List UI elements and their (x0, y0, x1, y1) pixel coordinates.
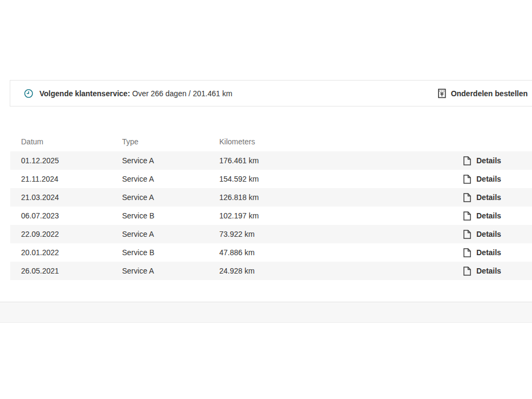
document-icon (463, 175, 471, 184)
cell-type: Service A (122, 230, 219, 238)
cell-type: Service A (122, 193, 219, 202)
details-button[interactable]: Details (463, 230, 532, 239)
header-type: Type (122, 137, 219, 146)
next-service-text: Volgende klantenservice:Over 266 dagen /… (39, 89, 232, 98)
document-icon (463, 248, 471, 257)
details-button[interactable]: Details (463, 267, 532, 276)
cell-kilometers: 47.886 km (219, 248, 463, 257)
next-service-label: Volgende klantenservice: (39, 89, 130, 98)
cell-type: Service B (122, 248, 219, 257)
details-label: Details (476, 175, 501, 183)
table-row: 21.11.2024 Service A 154.592 km Details (10, 170, 532, 188)
document-icon (463, 211, 471, 221)
table-row: 22.09.2022 Service A 73.922 km Details (10, 225, 532, 243)
document-icon (463, 267, 471, 276)
order-parts-label: Onderdelen bestellen (451, 89, 528, 98)
clock-icon (24, 89, 33, 98)
details-label: Details (476, 248, 501, 257)
document-icon (463, 193, 471, 202)
cell-kilometers: 24.928 km (219, 267, 463, 275)
cell-kilometers: 176.461 km (219, 156, 463, 165)
cell-date: 20.01.2022 (21, 248, 122, 257)
service-history-table: Datum Type Kilometers 01.12.2025 Service… (10, 132, 532, 280)
table-row: 01.12.2025 Service A 176.461 km Details (10, 151, 532, 170)
details-label: Details (476, 230, 501, 238)
details-label: Details (476, 193, 501, 202)
table-header-row: Datum Type Kilometers (10, 132, 532, 151)
header-kilometers: Kilometers (219, 137, 463, 146)
cell-kilometers: 126.818 km (219, 193, 463, 202)
cell-type: Service A (122, 156, 219, 165)
parts-order-icon (438, 89, 446, 98)
table-row: 06.07.2023 Service B 102.197 km Details (10, 207, 532, 225)
details-button[interactable]: Details (463, 156, 532, 165)
document-icon (463, 156, 471, 165)
details-button[interactable]: Details (463, 248, 532, 257)
cell-date: 22.09.2022 (21, 230, 122, 238)
cell-kilometers: 154.592 km (219, 175, 463, 183)
table-row: 21.03.2024 Service A 126.818 km Details (10, 188, 532, 207)
cell-date: 21.03.2024 (21, 193, 122, 202)
table-row: 26.05.2021 Service A 24.928 km Details (10, 262, 532, 280)
cell-type: Service B (122, 211, 219, 220)
cell-date: 06.07.2023 (21, 211, 122, 220)
details-button[interactable]: Details (463, 175, 532, 184)
table-row: 20.01.2022 Service B 47.886 km Details (10, 243, 532, 262)
order-parts-button[interactable]: Onderdelen bestellen (438, 89, 528, 98)
cell-date: 01.12.2025 (21, 156, 122, 165)
details-label: Details (476, 156, 501, 165)
details-button[interactable]: Details (463, 211, 532, 221)
cell-type: Service A (122, 267, 219, 275)
footer-band (0, 302, 532, 323)
document-icon (463, 230, 471, 239)
next-service-value: Over 266 dagen / 201.461 km (132, 89, 232, 98)
cell-date: 21.11.2024 (21, 175, 122, 183)
details-button[interactable]: Details (463, 193, 532, 202)
details-label: Details (476, 267, 501, 275)
header-datum: Datum (21, 137, 122, 146)
cell-type: Service A (122, 175, 219, 183)
next-service-info: Volgende klantenservice:Over 266 dagen /… (24, 89, 232, 98)
details-label: Details (476, 211, 501, 220)
next-service-banner: Volgende klantenservice:Over 266 dagen /… (10, 80, 532, 107)
cell-kilometers: 73.922 km (219, 230, 463, 238)
cell-date: 26.05.2021 (21, 267, 122, 275)
cell-kilometers: 102.197 km (219, 211, 463, 220)
